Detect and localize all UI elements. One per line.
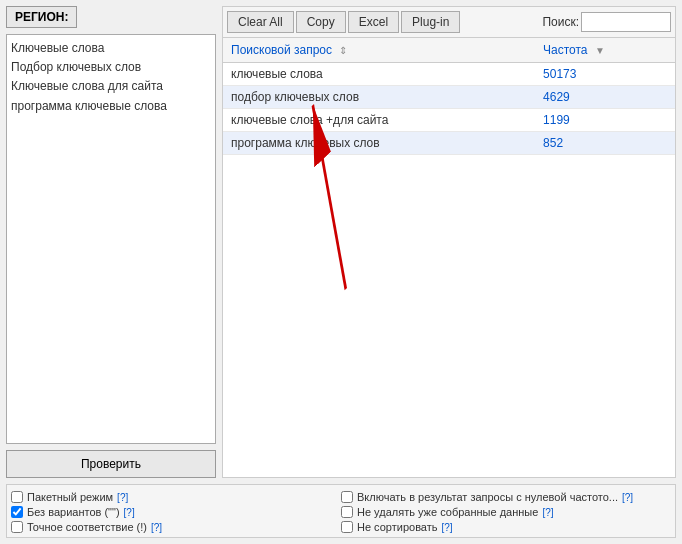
results-table: Поисковой запрос ⇕ Частота ▼ ключевые сл… — [223, 38, 675, 155]
checkbox-include_zero[interactable] — [341, 491, 353, 503]
region-label: РЕГИОН: — [6, 6, 77, 28]
option-row: Без вариантов ("")[?] — [11, 506, 341, 518]
keyword-item: Ключевые слова — [11, 39, 211, 58]
right-panel-wrapper: Clear All Copy Excel Plug-in Поиск: Поис… — [222, 6, 676, 478]
search-label: Поиск: — [542, 15, 579, 29]
help-link[interactable]: [?] — [117, 492, 128, 503]
query-cell: ключевые слова — [223, 63, 535, 86]
check-button[interactable]: Проверить — [6, 450, 216, 478]
frequency-cell: 1199 — [535, 109, 675, 132]
query-cell: подбор ключевых слов — [223, 86, 535, 109]
checkbox-batch[interactable] — [11, 491, 23, 503]
checkbox-no_delete[interactable] — [341, 506, 353, 518]
help-link[interactable]: [?] — [151, 522, 162, 533]
option-label: Пакетный режим — [27, 491, 113, 503]
options-left: Пакетный режим[?]Без вариантов ("")[?]То… — [11, 491, 341, 533]
option-label: Точное соответствие (!) — [27, 521, 147, 533]
option-row: Точное соответствие (!)[?] — [11, 521, 341, 533]
option-row: Пакетный режим[?] — [11, 491, 341, 503]
option-label: Без вариантов ("") — [27, 506, 120, 518]
col-frequency-header[interactable]: Частота ▼ — [535, 38, 675, 63]
keyword-item: программа ключевые слова — [11, 97, 211, 116]
option-label: Включать в результат запросы с нулевой ч… — [357, 491, 618, 503]
keyword-item: Подбор ключевых слов — [11, 58, 211, 77]
checkbox-no_sort[interactable] — [341, 521, 353, 533]
col-query-header[interactable]: Поисковой запрос ⇕ — [223, 38, 535, 63]
help-link[interactable]: [?] — [442, 522, 453, 533]
table-row[interactable]: ключевые слова +для сайта1199 — [223, 109, 675, 132]
table-row[interactable]: программа ключевых слов852 — [223, 132, 675, 155]
option-label: Не удалять уже собранные данные — [357, 506, 538, 518]
option-row: Не сортировать[?] — [341, 521, 671, 533]
sort-icon-query: ⇕ — [339, 45, 347, 56]
query-cell: программа ключевых слов — [223, 132, 535, 155]
option-row: Не удалять уже собранные данные[?] — [341, 506, 671, 518]
bottom-section: Пакетный режим[?]Без вариантов ("")[?]То… — [6, 484, 676, 538]
copy-button[interactable]: Copy — [296, 11, 346, 33]
frequency-cell: 50173 — [535, 63, 675, 86]
main-container: РЕГИОН: Ключевые словаПодбор ключевых сл… — [0, 0, 682, 544]
table-container: Поисковой запрос ⇕ Частота ▼ ключевые сл… — [222, 37, 676, 478]
options-right: Включать в результат запросы с нулевой ч… — [341, 491, 671, 533]
top-section: РЕГИОН: Ключевые словаПодбор ключевых сл… — [6, 6, 676, 478]
help-link[interactable]: [?] — [124, 507, 135, 518]
keyword-item: Ключевые слова для сайта — [11, 77, 211, 96]
frequency-cell: 4629 — [535, 86, 675, 109]
excel-button[interactable]: Excel — [348, 11, 399, 33]
left-panel: РЕГИОН: Ключевые словаПодбор ключевых сл… — [6, 6, 216, 478]
checkbox-no_variants[interactable] — [11, 506, 23, 518]
query-cell: ключевые слова +для сайта — [223, 109, 535, 132]
option-row: Включать в результат запросы с нулевой ч… — [341, 491, 671, 503]
clear-all-button[interactable]: Clear All — [227, 11, 294, 33]
help-link[interactable]: [?] — [622, 492, 633, 503]
sort-icon-freq: ▼ — [595, 45, 605, 56]
toolbar: Clear All Copy Excel Plug-in Поиск: — [222, 6, 676, 37]
help-link[interactable]: [?] — [542, 507, 553, 518]
table-row[interactable]: подбор ключевых слов4629 — [223, 86, 675, 109]
checkbox-exact[interactable] — [11, 521, 23, 533]
keywords-box[interactable]: Ключевые словаПодбор ключевых словКлючев… — [6, 34, 216, 444]
search-input[interactable] — [581, 12, 671, 32]
plugin-button[interactable]: Plug-in — [401, 11, 460, 33]
table-row[interactable]: ключевые слова50173 — [223, 63, 675, 86]
option-label: Не сортировать — [357, 521, 438, 533]
frequency-cell: 852 — [535, 132, 675, 155]
